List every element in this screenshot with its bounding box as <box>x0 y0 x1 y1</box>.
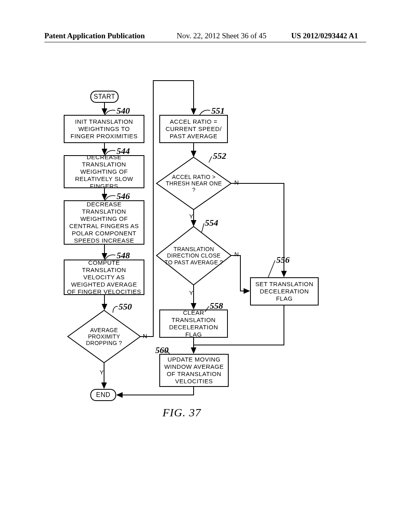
ref-540: 540 <box>117 106 130 116</box>
label-552-Y: Y <box>189 213 193 220</box>
process-556: SET TRANSLATION DECELERATION FLAG <box>250 277 319 305</box>
figure-label: FIG. 37 <box>163 406 201 419</box>
ref-554: 554 <box>205 218 218 228</box>
label-550-N: N <box>143 332 147 339</box>
header-left: Patent Application Publication <box>44 31 145 40</box>
header-center: Nov. 22, 2012 Sheet 36 of 45 <box>177 31 267 40</box>
ref-556: 556 <box>276 255 290 265</box>
ref-558: 558 <box>210 301 223 311</box>
process-548: COMPUTE TRANSLATION VELOCITY AS WEIGHTED… <box>64 260 144 295</box>
process-544: DECREASE TRANSLATION WEIGHTING OF RELATI… <box>64 155 144 188</box>
ref-544: 544 <box>117 146 130 156</box>
header-rule <box>44 42 366 42</box>
ref-550: 550 <box>119 301 132 312</box>
decision-552: ACCEL RATIO > THRESH NEAR ONE ? <box>156 157 231 210</box>
decision-550-label: AVERAGE PROXIMITY DROPPING ? <box>68 310 140 363</box>
decision-552-label: ACCEL RATIO > THRESH NEAR ONE ? <box>156 157 231 210</box>
ref-546: 546 <box>117 191 130 202</box>
ref-551: 551 <box>211 106 225 116</box>
label-552-N: N <box>234 179 239 186</box>
label-554-Y: Y <box>189 289 193 296</box>
decision-554: TRANSLATION DIRECTION CLOSE TO PAST AVER… <box>156 227 231 285</box>
header-right: US 2012/0293442 A1 <box>291 31 358 40</box>
label-550-Y: Y <box>100 369 104 376</box>
ref-560: 560 <box>155 345 169 355</box>
process-546: DECREASE TRANSLATION WEIGHTING OF CENTRA… <box>64 200 144 245</box>
ref-552: 552 <box>213 151 226 161</box>
terminal-end: END <box>90 389 116 401</box>
patent-page: Patent Application Publication Nov. 22, … <box>0 0 413 532</box>
decision-550: AVERAGE PROXIMITY DROPPING ? <box>68 310 140 363</box>
process-558: CLEAR TRANSLATION DECELERATION FLAG <box>159 310 228 338</box>
process-540: INIT TRANSLATION WEIGHTINGS TO FINGER PR… <box>64 115 144 143</box>
ref-548: 548 <box>117 250 130 261</box>
process-560: UPDATE MOVING WINDOW AVERAGE OF TRANSLAT… <box>159 354 229 387</box>
process-551: ACCEL RATIO = CURRENT SPEED/ PAST AVERAG… <box>159 115 228 143</box>
decision-554-label: TRANSLATION DIRECTION CLOSE TO PAST AVER… <box>156 227 231 285</box>
terminal-start: START <box>90 91 119 103</box>
label-554-N: N <box>234 251 239 258</box>
